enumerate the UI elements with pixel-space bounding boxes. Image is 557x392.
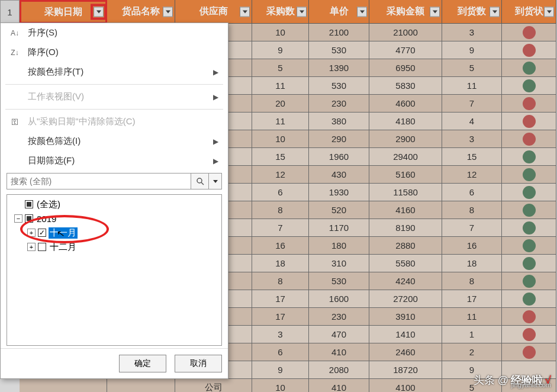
table-cell[interactable]: 310	[309, 255, 369, 272]
table-cell[interactable]	[502, 41, 556, 59]
table-cell[interactable]: 17	[252, 308, 309, 326]
table-cell[interactable]: 470	[309, 326, 369, 343]
table-cell[interactable]: 29400	[369, 148, 442, 166]
filter-button[interactable]	[357, 7, 367, 17]
table-cell[interactable]: 21000	[369, 24, 442, 41]
table-cell[interactable]: 17	[252, 290, 309, 308]
table-cell[interactable]: 15	[252, 148, 309, 166]
table-cell[interactable]	[502, 59, 556, 77]
table-cell[interactable]	[502, 77, 556, 95]
table-cell[interactable]: 12	[442, 166, 502, 184]
table-cell[interactable]: 530	[309, 272, 369, 290]
filter-button[interactable]	[430, 7, 440, 17]
table-cell[interactable]: 2	[442, 343, 502, 361]
table-cell[interactable]: 3	[252, 326, 309, 343]
table-cell[interactable]: 11	[252, 113, 309, 130]
table-cell[interactable]: 230	[309, 95, 369, 113]
expand-icon[interactable]: +	[27, 229, 36, 237]
table-cell[interactable]: 1410	[369, 326, 442, 343]
collapse-icon[interactable]: −	[14, 214, 22, 223]
table-cell[interactable]: 18	[442, 255, 502, 272]
table-cell[interactable]: 7	[252, 219, 309, 237]
table-cell[interactable]: 8	[442, 201, 502, 219]
table-cell[interactable]: 5580	[369, 255, 442, 272]
row-number-header[interactable]: 1	[0, 0, 20, 24]
table-cell[interactable]: 2100	[309, 24, 369, 41]
table-cell[interactable]: 10	[252, 379, 309, 392]
table-cell[interactable]: 1170	[309, 219, 369, 237]
table-cell[interactable]: 2080	[309, 361, 369, 379]
sort-by-color[interactable]: 按颜色排序(T) ▶	[1, 62, 228, 82]
table-cell[interactable]	[502, 290, 556, 308]
table-cell[interactable]: 8190	[369, 219, 442, 237]
table-cell[interactable]: 12	[252, 166, 309, 184]
table-cell[interactable]: 1930	[309, 184, 369, 201]
table-cell[interactable]: 10	[252, 130, 309, 148]
table-cell[interactable]: 7	[442, 219, 502, 237]
table-cell[interactable]: 10	[252, 24, 309, 41]
table-cell[interactable]: 3910	[369, 308, 442, 326]
search-dropdown[interactable]	[209, 173, 222, 189]
table-cell[interactable]: 11	[442, 308, 502, 326]
table-cell[interactable]	[502, 272, 556, 290]
ok-button[interactable]: 确定	[119, 355, 166, 372]
table-cell[interactable]: 2880	[369, 237, 442, 255]
table-cell[interactable]	[502, 201, 556, 219]
table-cell[interactable]	[502, 237, 556, 255]
table-cell[interactable]: 5	[252, 59, 309, 77]
table-cell[interactable]: 11	[442, 77, 502, 95]
table-cell[interactable]	[502, 95, 556, 113]
table-cell[interactable]: 9	[252, 361, 309, 379]
table-cell[interactable]: 1390	[309, 59, 369, 77]
filter-button[interactable]	[163, 7, 173, 17]
table-cell[interactable]: 9	[442, 41, 502, 59]
table-cell[interactable]: 4160	[369, 201, 442, 219]
table-cell[interactable]: 410	[309, 343, 369, 361]
table-cell[interactable]: 8	[252, 272, 309, 290]
table-cell[interactable]: 1600	[309, 290, 369, 308]
table-cell[interactable]: 4240	[369, 272, 442, 290]
table-cell[interactable]: 16	[442, 237, 502, 255]
search-button[interactable]	[191, 173, 209, 189]
filter-button[interactable]	[94, 7, 104, 17]
table-cell[interactable]: 15	[442, 148, 502, 166]
table-cell[interactable]: 5	[442, 59, 502, 77]
search-input[interactable]	[7, 173, 191, 189]
column-header[interactable]: 采购金额	[369, 0, 442, 24]
table-cell[interactable]	[502, 113, 556, 130]
table-cell[interactable]: 410	[309, 379, 369, 392]
table-cell[interactable]: 520	[309, 201, 369, 219]
table-cell[interactable]	[502, 166, 556, 184]
table-cell[interactable]: 4	[442, 113, 502, 130]
table-cell[interactable]	[502, 255, 556, 272]
checkbox-partial[interactable]	[25, 214, 33, 223]
cancel-button[interactable]: 取消	[175, 355, 222, 372]
table-cell[interactable]	[502, 24, 556, 41]
filter-by-color[interactable]: 按颜色筛选(I) ▶	[1, 131, 228, 151]
table-cell[interactable]: 5160	[369, 166, 442, 184]
table-cell[interactable]	[502, 343, 556, 361]
filter-button[interactable]	[240, 7, 250, 17]
table-cell[interactable]: 20	[252, 95, 309, 113]
table-cell[interactable]	[20, 379, 107, 392]
table-cell[interactable]: 8	[252, 201, 309, 219]
table-cell[interactable]: 7	[442, 95, 502, 113]
column-header[interactable]: 采购日期	[20, 0, 107, 24]
table-cell[interactable]: 27200	[369, 290, 442, 308]
table-cell[interactable]: 11580	[369, 184, 442, 201]
table-cell[interactable]: 380	[309, 113, 369, 130]
table-cell[interactable]	[502, 219, 556, 237]
table-cell[interactable]: 16	[252, 237, 309, 255]
table-cell[interactable]: 18720	[369, 361, 442, 379]
table-cell[interactable]	[502, 308, 556, 326]
table-cell[interactable]: 4100	[369, 379, 442, 392]
table-cell[interactable]: 4600	[369, 95, 442, 113]
tree-month-dec[interactable]: + 十二月	[9, 240, 219, 254]
table-cell[interactable]: 1	[442, 326, 502, 343]
table-cell[interactable]: 11	[252, 77, 309, 95]
date-filter[interactable]: 日期筛选(F) ▶	[1, 151, 228, 171]
table-cell[interactable]	[502, 148, 556, 166]
checkbox-unchecked[interactable]	[38, 243, 46, 251]
checkbox-partial[interactable]	[25, 200, 33, 208]
tree-select-all[interactable]: (全选)	[9, 197, 219, 211]
